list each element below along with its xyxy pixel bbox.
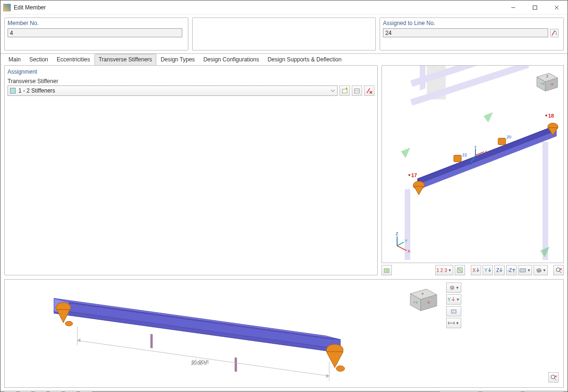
iso-view-button[interactable]: ▼: [534, 265, 548, 275]
preview-canvas[interactable]: 15.00 ft 15.00 ft: [5, 280, 403, 387]
display-mode-button[interactable]: ▼: [518, 265, 532, 275]
reset-view-button[interactable]: [553, 265, 564, 275]
minimize-button[interactable]: [502, 0, 524, 15]
transverse-stiffener-row: 1 - 2 Stiffeners: [8, 85, 374, 96]
transverse-stiffener-combo[interactable]: 1 - 2 Stiffeners: [8, 85, 338, 96]
preview-nav-cube[interactable]: +Y X: [403, 283, 441, 314]
combo-value: 1 - 2 Stiffeners: [18, 87, 55, 94]
svg-rect-5: [342, 89, 347, 93]
svg-text:z: z: [475, 145, 476, 149]
svg-rect-67: [235, 358, 237, 372]
svg-point-57: [556, 268, 560, 272]
snapshot-button[interactable]: [381, 265, 392, 275]
svg-rect-34: [498, 138, 506, 145]
dialog-window: Edit Member Member No. 4 Assigned to Lin…: [0, 0, 568, 392]
viewport-3d[interactable]: +Y -X Z: [381, 65, 564, 263]
svg-rect-1: [533, 6, 537, 9]
delete-stiffener-button[interactable]: [364, 85, 374, 96]
tab-section[interactable]: Section: [25, 54, 52, 65]
node-22-label: 22: [462, 153, 467, 157]
panel-member-no: Member No. 4: [4, 17, 188, 51]
svg-text:Z: Z: [396, 231, 398, 236]
preview-dimensions-button[interactable]: ▼: [446, 318, 461, 328]
show-loads-button[interactable]: [455, 265, 465, 275]
panel-assigned-line: Assigned to Line No. 24: [380, 17, 564, 51]
svg-marker-63: [61, 302, 336, 340]
assignment-pane: Assignment Transverse Stiffener 1 - 2 St…: [4, 65, 378, 275]
tab-design-supports-deflection[interactable]: Design Supports & Deflection: [263, 54, 346, 65]
svg-line-44: [397, 242, 404, 246]
main-area: Assignment Transverse Stiffener 1 - 2 St…: [0, 65, 568, 279]
assigned-line-input[interactable]: 24: [383, 28, 548, 37]
svg-rect-53: [520, 269, 526, 272]
svg-text:+Y: +Y: [541, 82, 545, 85]
svg-point-82: [422, 293, 424, 295]
svg-point-41: [408, 174, 410, 176]
member-preview: 15.00 ft 15.00 ft +Y X ▼: [4, 279, 564, 388]
svg-marker-69: [57, 309, 70, 323]
svg-text:-X: -X: [550, 83, 553, 86]
node-20-label: 20: [507, 135, 511, 139]
maximize-button[interactable]: [524, 0, 546, 15]
svg-point-73: [336, 366, 345, 371]
svg-rect-66: [150, 334, 153, 348]
preview-iso-button[interactable]: ▼: [446, 282, 461, 293]
svg-text:Y: Y: [405, 239, 407, 243]
svg-marker-24: [483, 112, 493, 123]
view-x-button[interactable]: X: [471, 265, 481, 275]
svg-text:X: X: [427, 300, 430, 305]
edit-stiffener-button[interactable]: [352, 85, 362, 96]
svg-marker-30: [414, 187, 424, 195]
preview-y-axis-button[interactable]: Y ▼: [446, 294, 461, 305]
chevron-down-icon: [330, 87, 336, 94]
nav-cube[interactable]: +Y -X Z: [530, 68, 560, 93]
svg-text:+Y: +Y: [413, 300, 418, 305]
tab-design-types[interactable]: Design Types: [156, 54, 199, 65]
dimension-label: 15.00 ft: [191, 361, 206, 366]
svg-marker-28: [422, 131, 557, 188]
view-minus-z-button[interactable]: -Z: [506, 265, 517, 275]
preview-side-buttons: ▼ Y ▼ ▼: [446, 282, 461, 328]
right-pane: +Y -X Z: [381, 65, 564, 275]
member-no-input[interactable]: 4: [8, 28, 182, 37]
member-no-label: Member No.: [8, 20, 185, 26]
node-18-label: 18: [548, 113, 554, 119]
svg-text:Z: Z: [546, 75, 549, 78]
new-stiffener-button[interactable]: [339, 85, 350, 96]
numbering-button[interactable]: 1 2 3▼: [435, 265, 453, 275]
assignment-heading: Assignment: [8, 68, 374, 75]
view-z-button[interactable]: Z: [494, 265, 505, 275]
preview-reset-button[interactable]: [548, 372, 559, 383]
svg-line-58: [560, 271, 561, 273]
preview-svg: 15.00 ft: [5, 280, 403, 387]
view-y-button[interactable]: Y: [483, 265, 493, 275]
tab-eccentricities[interactable]: Eccentricities: [52, 54, 94, 65]
tab-transverse-stiffeners[interactable]: Transverse Stiffeners: [94, 54, 156, 65]
member-4-label: 4: [470, 161, 472, 166]
pick-line-button[interactable]: [550, 29, 559, 37]
preview-side: +Y X ▼ Y ▼ ▼: [403, 280, 563, 387]
header-panels: Member No. 4 Assigned to Line No. 24: [0, 15, 568, 54]
svg-text:X: X: [407, 249, 410, 254]
svg-text:x: x: [485, 149, 487, 153]
panel-blank: [192, 17, 376, 51]
viewport-toolbar: 1 2 3▼ X Y Z -Z ▼ ▼: [381, 263, 564, 275]
tab-design-configurations[interactable]: Design Configurations: [199, 54, 263, 65]
preview-section-button[interactable]: [446, 306, 461, 316]
scene-svg: x y z 17 18 20 22 4: [382, 66, 563, 263]
svg-point-4: [556, 34, 557, 34]
app-icon: [3, 4, 11, 11]
titlebar: Edit Member: [0, 0, 568, 15]
svg-point-42: [545, 115, 547, 117]
svg-rect-33: [454, 155, 461, 162]
tab-main[interactable]: Main: [4, 54, 25, 65]
color-swatch-icon: [10, 88, 16, 94]
close-button[interactable]: [546, 0, 568, 15]
svg-marker-72: [326, 352, 343, 368]
svg-marker-26: [417, 127, 557, 183]
node-17-label: 17: [411, 172, 417, 178]
assigned-line-label: Assigned to Line No.: [383, 20, 560, 26]
svg-point-90: [551, 375, 555, 379]
svg-rect-86: [451, 310, 456, 313]
svg-point-70: [65, 321, 73, 326]
